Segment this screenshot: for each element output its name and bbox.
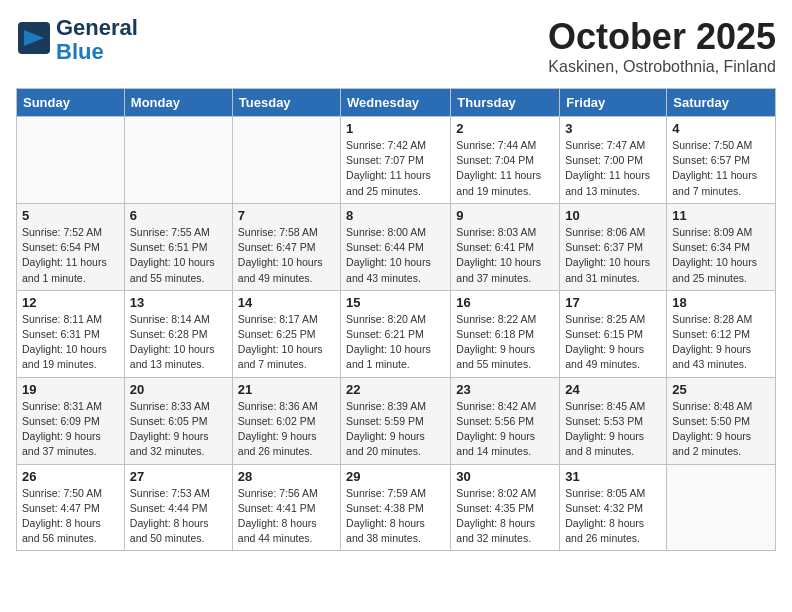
day-number: 17 bbox=[565, 295, 661, 310]
location: Kaskinen, Ostrobothnia, Finland bbox=[548, 58, 776, 76]
calendar-cell: 24Sunrise: 8:45 AM Sunset: 5:53 PM Dayli… bbox=[560, 377, 667, 464]
calendar-cell: 30Sunrise: 8:02 AM Sunset: 4:35 PM Dayli… bbox=[451, 464, 560, 551]
calendar-cell: 10Sunrise: 8:06 AM Sunset: 6:37 PM Dayli… bbox=[560, 203, 667, 290]
day-number: 6 bbox=[130, 208, 227, 223]
calendar-cell: 2Sunrise: 7:44 AM Sunset: 7:04 PM Daylig… bbox=[451, 117, 560, 204]
calendar-cell: 15Sunrise: 8:20 AM Sunset: 6:21 PM Dayli… bbox=[341, 290, 451, 377]
cell-details: Sunrise: 7:47 AM Sunset: 7:00 PM Dayligh… bbox=[565, 138, 661, 199]
week-row-4: 26Sunrise: 7:50 AM Sunset: 4:47 PM Dayli… bbox=[17, 464, 776, 551]
cell-details: Sunrise: 8:00 AM Sunset: 6:44 PM Dayligh… bbox=[346, 225, 445, 286]
cell-details: Sunrise: 7:53 AM Sunset: 4:44 PM Dayligh… bbox=[130, 486, 227, 547]
logo-line2: Blue bbox=[56, 40, 104, 64]
cell-details: Sunrise: 8:22 AM Sunset: 6:18 PM Dayligh… bbox=[456, 312, 554, 373]
calendar-cell bbox=[667, 464, 776, 551]
day-number: 10 bbox=[565, 208, 661, 223]
day-number: 20 bbox=[130, 382, 227, 397]
cell-details: Sunrise: 7:44 AM Sunset: 7:04 PM Dayligh… bbox=[456, 138, 554, 199]
day-number: 29 bbox=[346, 469, 445, 484]
day-number: 30 bbox=[456, 469, 554, 484]
day-number: 4 bbox=[672, 121, 770, 136]
week-row-3: 19Sunrise: 8:31 AM Sunset: 6:09 PM Dayli… bbox=[17, 377, 776, 464]
cell-details: Sunrise: 8:14 AM Sunset: 6:28 PM Dayligh… bbox=[130, 312, 227, 373]
cell-details: Sunrise: 8:36 AM Sunset: 6:02 PM Dayligh… bbox=[238, 399, 335, 460]
day-number: 25 bbox=[672, 382, 770, 397]
day-number: 7 bbox=[238, 208, 335, 223]
day-number: 19 bbox=[22, 382, 119, 397]
calendar-cell: 11Sunrise: 8:09 AM Sunset: 6:34 PM Dayli… bbox=[667, 203, 776, 290]
cell-details: Sunrise: 8:48 AM Sunset: 5:50 PM Dayligh… bbox=[672, 399, 770, 460]
cell-details: Sunrise: 8:28 AM Sunset: 6:12 PM Dayligh… bbox=[672, 312, 770, 373]
calendar-cell: 3Sunrise: 7:47 AM Sunset: 7:00 PM Daylig… bbox=[560, 117, 667, 204]
day-number: 24 bbox=[565, 382, 661, 397]
weekday-header-monday: Monday bbox=[124, 89, 232, 117]
logo-line1: General bbox=[56, 16, 138, 40]
calendar-cell: 4Sunrise: 7:50 AM Sunset: 6:57 PM Daylig… bbox=[667, 117, 776, 204]
cell-details: Sunrise: 8:39 AM Sunset: 5:59 PM Dayligh… bbox=[346, 399, 445, 460]
calendar-cell: 22Sunrise: 8:39 AM Sunset: 5:59 PM Dayli… bbox=[341, 377, 451, 464]
day-number: 27 bbox=[130, 469, 227, 484]
cell-details: Sunrise: 8:03 AM Sunset: 6:41 PM Dayligh… bbox=[456, 225, 554, 286]
day-number: 23 bbox=[456, 382, 554, 397]
day-number: 14 bbox=[238, 295, 335, 310]
day-number: 11 bbox=[672, 208, 770, 223]
cell-details: Sunrise: 7:56 AM Sunset: 4:41 PM Dayligh… bbox=[238, 486, 335, 547]
calendar-cell bbox=[124, 117, 232, 204]
logo: General Blue bbox=[16, 16, 138, 64]
day-number: 31 bbox=[565, 469, 661, 484]
cell-details: Sunrise: 8:45 AM Sunset: 5:53 PM Dayligh… bbox=[565, 399, 661, 460]
calendar-cell: 20Sunrise: 8:33 AM Sunset: 6:05 PM Dayli… bbox=[124, 377, 232, 464]
cell-details: Sunrise: 8:09 AM Sunset: 6:34 PM Dayligh… bbox=[672, 225, 770, 286]
weekday-header-saturday: Saturday bbox=[667, 89, 776, 117]
calendar-cell: 14Sunrise: 8:17 AM Sunset: 6:25 PM Dayli… bbox=[232, 290, 340, 377]
calendar-cell: 6Sunrise: 7:55 AM Sunset: 6:51 PM Daylig… bbox=[124, 203, 232, 290]
calendar-table: SundayMondayTuesdayWednesdayThursdayFrid… bbox=[16, 88, 776, 551]
cell-details: Sunrise: 8:31 AM Sunset: 6:09 PM Dayligh… bbox=[22, 399, 119, 460]
cell-details: Sunrise: 8:11 AM Sunset: 6:31 PM Dayligh… bbox=[22, 312, 119, 373]
calendar-cell: 5Sunrise: 7:52 AM Sunset: 6:54 PM Daylig… bbox=[17, 203, 125, 290]
day-number: 21 bbox=[238, 382, 335, 397]
calendar-cell: 13Sunrise: 8:14 AM Sunset: 6:28 PM Dayli… bbox=[124, 290, 232, 377]
cell-details: Sunrise: 7:52 AM Sunset: 6:54 PM Dayligh… bbox=[22, 225, 119, 286]
calendar-cell: 16Sunrise: 8:22 AM Sunset: 6:18 PM Dayli… bbox=[451, 290, 560, 377]
calendar-cell: 12Sunrise: 8:11 AM Sunset: 6:31 PM Dayli… bbox=[17, 290, 125, 377]
day-number: 9 bbox=[456, 208, 554, 223]
cell-details: Sunrise: 8:05 AM Sunset: 4:32 PM Dayligh… bbox=[565, 486, 661, 547]
calendar-cell: 18Sunrise: 8:28 AM Sunset: 6:12 PM Dayli… bbox=[667, 290, 776, 377]
day-number: 12 bbox=[22, 295, 119, 310]
title-block: October 2025 Kaskinen, Ostrobothnia, Fin… bbox=[548, 16, 776, 76]
weekday-header-friday: Friday bbox=[560, 89, 667, 117]
cell-details: Sunrise: 8:33 AM Sunset: 6:05 PM Dayligh… bbox=[130, 399, 227, 460]
month-title: October 2025 bbox=[548, 16, 776, 58]
cell-details: Sunrise: 8:02 AM Sunset: 4:35 PM Dayligh… bbox=[456, 486, 554, 547]
day-number: 15 bbox=[346, 295, 445, 310]
day-number: 5 bbox=[22, 208, 119, 223]
day-number: 8 bbox=[346, 208, 445, 223]
calendar-cell: 23Sunrise: 8:42 AM Sunset: 5:56 PM Dayli… bbox=[451, 377, 560, 464]
day-number: 28 bbox=[238, 469, 335, 484]
logo-icon bbox=[16, 20, 52, 60]
weekday-header-thursday: Thursday bbox=[451, 89, 560, 117]
day-number: 1 bbox=[346, 121, 445, 136]
calendar-cell: 1Sunrise: 7:42 AM Sunset: 7:07 PM Daylig… bbox=[341, 117, 451, 204]
cell-details: Sunrise: 8:20 AM Sunset: 6:21 PM Dayligh… bbox=[346, 312, 445, 373]
cell-details: Sunrise: 7:59 AM Sunset: 4:38 PM Dayligh… bbox=[346, 486, 445, 547]
calendar-cell: 28Sunrise: 7:56 AM Sunset: 4:41 PM Dayli… bbox=[232, 464, 340, 551]
cell-details: Sunrise: 8:42 AM Sunset: 5:56 PM Dayligh… bbox=[456, 399, 554, 460]
logo-text-block: General Blue bbox=[56, 16, 138, 64]
cell-details: Sunrise: 7:58 AM Sunset: 6:47 PM Dayligh… bbox=[238, 225, 335, 286]
day-number: 26 bbox=[22, 469, 119, 484]
day-number: 16 bbox=[456, 295, 554, 310]
calendar-cell bbox=[232, 117, 340, 204]
day-number: 18 bbox=[672, 295, 770, 310]
calendar-cell: 25Sunrise: 8:48 AM Sunset: 5:50 PM Dayli… bbox=[667, 377, 776, 464]
calendar-cell: 26Sunrise: 7:50 AM Sunset: 4:47 PM Dayli… bbox=[17, 464, 125, 551]
cell-details: Sunrise: 7:50 AM Sunset: 4:47 PM Dayligh… bbox=[22, 486, 119, 547]
calendar-cell bbox=[17, 117, 125, 204]
calendar-cell: 21Sunrise: 8:36 AM Sunset: 6:02 PM Dayli… bbox=[232, 377, 340, 464]
week-row-1: 5Sunrise: 7:52 AM Sunset: 6:54 PM Daylig… bbox=[17, 203, 776, 290]
week-row-0: 1Sunrise: 7:42 AM Sunset: 7:07 PM Daylig… bbox=[17, 117, 776, 204]
cell-details: Sunrise: 8:17 AM Sunset: 6:25 PM Dayligh… bbox=[238, 312, 335, 373]
page-header: General Blue October 2025 Kaskinen, Ostr… bbox=[16, 16, 776, 76]
day-number: 3 bbox=[565, 121, 661, 136]
cell-details: Sunrise: 7:50 AM Sunset: 6:57 PM Dayligh… bbox=[672, 138, 770, 199]
